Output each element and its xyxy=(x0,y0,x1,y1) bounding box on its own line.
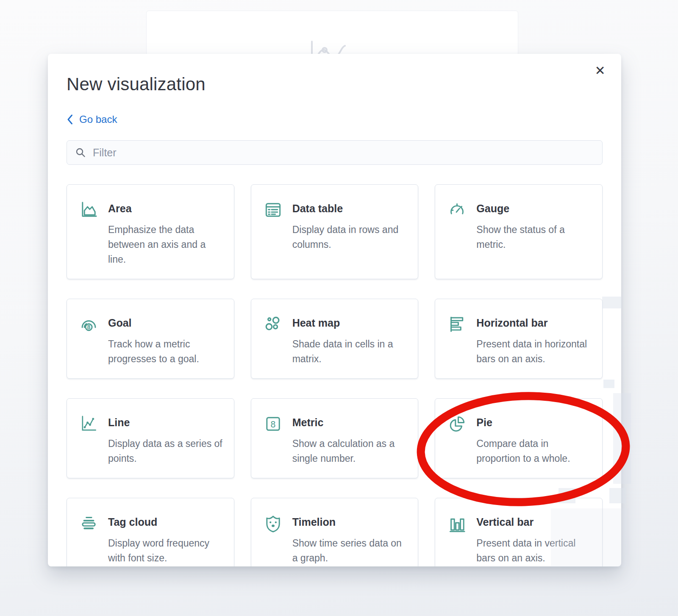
viz-card-body: Pie Compare data in proportion to a whol… xyxy=(476,413,591,466)
go-back-label: Go back xyxy=(79,113,117,126)
viz-card-description: Display word frequency with font size. xyxy=(108,536,222,566)
viz-card-description: Present data in horizontal bars on an ax… xyxy=(476,337,591,366)
filter-search-bar xyxy=(67,140,603,165)
visualization-type-grid: Area Emphasize the data between an axis … xyxy=(67,184,603,566)
viz-card-title: Metric xyxy=(292,416,407,429)
viz-card-title: Heat map xyxy=(292,317,407,329)
modal-title: New visualization xyxy=(67,73,603,95)
viz-card-body: Vertical bar Present data in vertical ba… xyxy=(476,513,591,566)
viz-card-timelion[interactable]: Timelion Show time series data on a grap… xyxy=(251,498,419,566)
viz-card-body: Horizontal bar Present data in horizonta… xyxy=(476,314,591,366)
chevron-left-icon xyxy=(67,114,74,125)
viz-card-area[interactable]: Area Emphasize the data between an axis … xyxy=(67,184,234,279)
filter-input[interactable] xyxy=(93,147,594,159)
viz-card-body: Tag cloud Display word frequency with fo… xyxy=(108,513,222,566)
viz-card-description: Display data as a series of points. xyxy=(108,436,222,466)
goal-icon: 8 xyxy=(79,314,99,334)
viz-card-horizontal-bar[interactable]: Horizontal bar Present data in horizonta… xyxy=(435,299,603,379)
viz-card-body: Line Display data as a series of points. xyxy=(108,413,222,466)
viz-card-description: Emphasize the data between an axis and a… xyxy=(108,222,222,267)
go-back-link[interactable]: Go back xyxy=(67,113,117,126)
line-chart-icon xyxy=(79,414,99,434)
viz-card-goal[interactable]: 8 Goal Track how a metric progresses to … xyxy=(67,299,234,379)
viz-card-metric[interactable]: 8 Metric Show a calculation as a single … xyxy=(251,398,419,478)
viz-card-data-table[interactable]: Data table Display data in rows and colu… xyxy=(251,184,419,279)
pie-chart-icon xyxy=(447,414,467,434)
viz-card-description: Compare data in proportion to a whole. xyxy=(476,436,591,466)
viz-card-description: Display data in rows and columns. xyxy=(292,222,407,252)
viz-card-body: Data table Display data in rows and colu… xyxy=(292,199,407,252)
viz-card-heat-map[interactable]: Heat map Shade data in cells in a matrix… xyxy=(251,299,419,379)
svg-text:8: 8 xyxy=(270,419,275,430)
viz-card-description: Track how a metric progresses to a goal. xyxy=(108,337,222,366)
gauge-icon xyxy=(447,200,467,220)
viz-card-body: Goal Track how a metric progresses to a … xyxy=(108,314,222,366)
viz-card-pie[interactable]: Pie Compare data in proportion to a whol… xyxy=(435,398,603,478)
viz-card-description: Show a calculation as a single number. xyxy=(292,436,407,466)
metric-icon: 8 xyxy=(263,414,283,434)
viz-card-title: Horizontal bar xyxy=(476,317,591,329)
viz-card-body: Area Emphasize the data between an axis … xyxy=(108,199,222,267)
viz-card-title: Area xyxy=(108,203,222,215)
viz-card-title: Line xyxy=(108,416,222,429)
viz-card-title: Goal xyxy=(108,317,222,329)
viz-card-body: Gauge Show the status of a metric. xyxy=(476,199,591,252)
viz-card-title: Pie xyxy=(476,416,591,429)
new-visualization-modal: ✕ New visualization Go back Area Emphasi… xyxy=(48,54,621,566)
viz-card-title: Vertical bar xyxy=(476,516,591,528)
viz-card-tag-cloud[interactable]: Tag cloud Display word frequency with fo… xyxy=(67,498,234,566)
viz-card-title: Timelion xyxy=(292,516,407,528)
viz-card-line[interactable]: Line Display data as a series of points. xyxy=(67,398,234,478)
close-icon[interactable]: ✕ xyxy=(592,63,608,78)
area-chart-icon xyxy=(79,200,99,220)
viz-card-body: Heat map Shade data in cells in a matrix… xyxy=(292,314,407,366)
viz-card-title: Gauge xyxy=(476,203,591,215)
viz-card-body: Metric Show a calculation as a single nu… xyxy=(292,413,407,466)
data-table-icon xyxy=(263,200,283,220)
viz-card-vertical-bar[interactable]: Vertical bar Present data in vertical ba… xyxy=(435,498,603,566)
viz-card-description: Show time series data on a graph. xyxy=(292,536,407,566)
heat-map-icon xyxy=(263,314,283,334)
tag-cloud-icon xyxy=(79,513,99,533)
viz-card-title: Tag cloud xyxy=(108,516,222,528)
timelion-icon xyxy=(263,513,283,533)
viz-card-gauge[interactable]: Gauge Show the status of a metric. xyxy=(435,184,603,279)
vertical-bar-icon xyxy=(447,513,467,533)
viz-card-description: Present data in vertical bars on an axis… xyxy=(476,536,591,566)
viz-card-body: Timelion Show time series data on a grap… xyxy=(292,513,407,566)
viz-card-description: Shade data in cells in a matrix. xyxy=(292,337,407,366)
horizontal-bar-icon xyxy=(447,314,467,334)
search-icon xyxy=(75,147,86,158)
svg-text:8: 8 xyxy=(87,324,91,330)
viz-card-description: Show the status of a metric. xyxy=(476,222,591,252)
viz-card-title: Data table xyxy=(292,203,407,215)
